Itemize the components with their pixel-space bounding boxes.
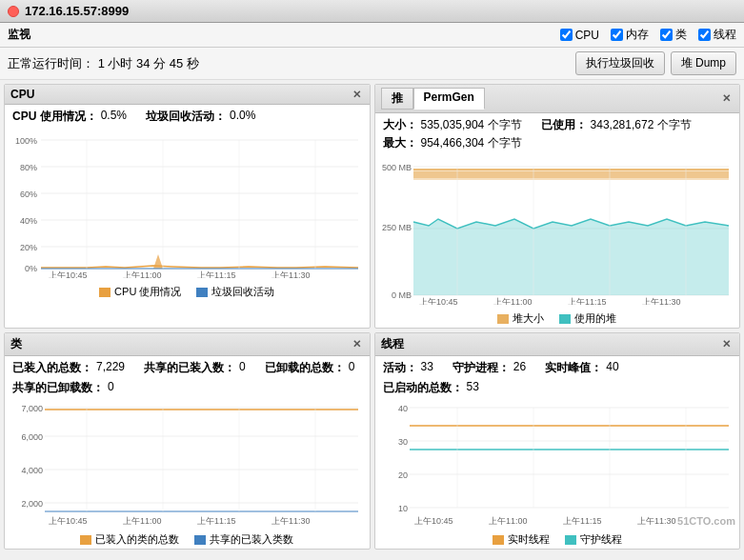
heap-size-legend: 堆大小 [497, 311, 544, 326]
thread-active-stat: 活动： 33 [383, 360, 433, 376]
heap-panel: 推 PermGen ✕ 大小： 535,035,904 个字节 已使用： 343… [374, 84, 741, 329]
cpu-checkbox-label[interactable]: CPU [560, 29, 599, 42]
permgen-tab[interactable]: PermGen [413, 88, 485, 110]
gc-button[interactable]: 执行垃圾回收 [575, 51, 665, 75]
cpu-legend-color [99, 288, 111, 297]
svg-text:20%: 20% [20, 243, 37, 252]
svg-text:2,000: 2,000 [21, 499, 43, 509]
cpu-chart-area: 100% 80% 60% 40% 20% 0% 上午 [5, 129, 370, 283]
heap-panel-close[interactable]: ✕ [719, 92, 734, 105]
close-button-icon[interactable] [8, 6, 19, 17]
cpu-legend-usage: CPU 使用情况 [99, 285, 181, 299]
svg-text:上午11:00: 上午11:00 [489, 516, 528, 526]
svg-text:上午11:00: 上午11:00 [123, 270, 162, 278]
cpu-usage-stat: CPU 使用情况： 0.5% [12, 109, 127, 125]
heap-dump-button[interactable]: 堆 Dump [671, 51, 736, 75]
svg-rect-28 [413, 169, 729, 180]
svg-text:上午11:30: 上午11:30 [642, 297, 681, 305]
class-chart-area: 7,000 6,000 4,000 2,000 上午10:45 [5, 400, 370, 530]
gc-activity-stat: 垃圾回收活动： 0.0% [146, 109, 255, 125]
svg-text:上午10:45: 上午10:45 [419, 297, 458, 305]
svg-text:20: 20 [397, 470, 407, 480]
heap-used-stat: 已使用： 343,281,672 个字节 [541, 117, 692, 133]
toolbar: 监视 CPU 内存 类 线程 [0, 23, 744, 48]
svg-text:上午11:30: 上午11:30 [271, 270, 311, 278]
uptime-text: 正常运行时间： 1 小时 34 分 45 秒 [8, 55, 199, 72]
svg-text:40%: 40% [20, 216, 37, 226]
class-checkbox[interactable] [660, 29, 673, 41]
heap-used-legend-color [559, 314, 571, 324]
mem-checkbox[interactable] [611, 29, 623, 41]
gc-legend-color [196, 288, 208, 297]
cpu-checkbox[interactable] [560, 29, 573, 41]
svg-text:250 MB: 250 MB [381, 223, 411, 232]
thread-live-legend-color [493, 535, 504, 545]
class-shared-legend-color [194, 535, 206, 545]
svg-text:0 MB: 0 MB [391, 290, 411, 300]
class-panel-header: 类 ✕ [5, 333, 370, 356]
class-shared-loaded-stat: 共享的已装入数： 0 [144, 360, 246, 376]
checkbox-group: CPU 内存 类 线程 [560, 27, 736, 43]
svg-text:100%: 100% [15, 136, 37, 146]
class-loaded-legend-color [80, 535, 91, 545]
class-shared-legend: 共享的已装入类数 [194, 532, 293, 547]
svg-text:80%: 80% [20, 163, 37, 172]
cpu-legend-gc: 垃圾回收活动 [196, 285, 274, 299]
thread-checkbox-label[interactable]: 线程 [698, 27, 736, 43]
svg-text:上午11:15: 上午11:15 [563, 516, 602, 526]
thread-daemon-legend-color [565, 535, 576, 545]
watermark: 51CTO.com [677, 515, 735, 527]
cpu-legend: CPU 使用情况 垃圾回收活动 [5, 283, 370, 301]
heap-stats-row1: 大小： 535,035,904 个字节 已使用： 343,281,672 个字节 [383, 117, 733, 133]
thread-checkbox[interactable] [698, 29, 711, 41]
thread-daemon-legend: 守护线程 [565, 532, 622, 547]
thread-panel-stats: 活动： 33 守护进程： 26 实时峰值： 40 已启动的总数： 53 [375, 356, 740, 400]
heap-panel-header: 推 PermGen ✕ [375, 85, 740, 113]
mem-checkbox-label[interactable]: 内存 [611, 27, 649, 43]
thread-panel: 线程 ✕ 活动： 33 守护进程： 26 实时峰值： 40 已启动的总数： 53 [374, 332, 741, 550]
heap-chart-area: 500 MB 250 MB 0 MB [375, 155, 740, 310]
svg-marker-29 [413, 219, 729, 295]
cpu-panel-close[interactable]: ✕ [350, 89, 364, 101]
thread-peak-stat: 实时峰值： 40 [545, 360, 618, 376]
class-panel-close[interactable]: ✕ [350, 338, 364, 350]
class-checkbox-label[interactable]: 类 [660, 27, 687, 43]
svg-text:4,000: 4,000 [21, 466, 43, 475]
cpu-panel-stats: CPU 使用情况： 0.5% 垃圾回收活动： 0.0% [5, 105, 370, 129]
heap-panel-stats: 大小： 535,035,904 个字节 已使用： 343,281,672 个字节… [375, 113, 740, 155]
class-panel-title: 类 [10, 336, 22, 352]
heap-chart: 500 MB 250 MB 0 MB [381, 157, 734, 305]
uptime-bar: 正常运行时间： 1 小时 34 分 45 秒 执行垃圾回收 堆 Dump [0, 48, 744, 80]
svg-text:上午10:45: 上午10:45 [49, 516, 88, 526]
action-buttons: 执行垃圾回收 堆 Dump [575, 51, 736, 75]
heap-size-legend-color [497, 314, 509, 324]
thread-panel-close[interactable]: ✕ [719, 338, 734, 350]
thread-daemon-stat: 守护进程： 26 [452, 360, 526, 376]
title-bar: 172.16.15.57:8999 [0, 0, 744, 23]
svg-text:上午11:00: 上午11:00 [493, 297, 533, 305]
thread-live-legend: 实时线程 [493, 532, 550, 547]
svg-text:上午11:15: 上午11:15 [197, 270, 236, 278]
cpu-panel-title: CPU [10, 88, 34, 101]
heap-legend: 堆大小 使用的堆 [375, 310, 740, 328]
heap-panel-tabs: 推 PermGen [381, 88, 485, 110]
svg-marker-12 [153, 254, 163, 269]
heap-tab[interactable]: 推 [381, 88, 413, 110]
thread-panel-title: 线程 [381, 336, 404, 352]
svg-text:上午11:00: 上午11:00 [123, 516, 162, 526]
svg-text:上午11:30: 上午11:30 [637, 516, 676, 526]
class-loaded-stat: 已装入的总数： 7,229 [12, 360, 125, 376]
cpu-chart: 100% 80% 60% 40% 20% 0% 上午 [10, 130, 363, 278]
svg-text:上午11:15: 上午11:15 [568, 297, 607, 305]
panels-grid: CPU ✕ CPU 使用情况： 0.5% 垃圾回收活动： 0.0% 100% 8… [0, 80, 744, 553]
svg-text:30: 30 [397, 437, 407, 447]
heap-used-legend: 使用的堆 [559, 311, 616, 326]
thread-legend: 实时线程 守护线程 [375, 530, 740, 549]
class-legend: 已装入的类的总数 共享的已装入类数 [5, 530, 370, 549]
monitor-label: 监视 [8, 27, 30, 43]
thread-panel-header: 线程 ✕ [375, 333, 740, 356]
heap-max-stat: 最大： 954,466,304 个字节 [383, 135, 733, 151]
class-panel-stats: 已装入的总数： 7,229 共享的已装入数： 0 已卸载的总数： 0 共享的已卸… [5, 356, 370, 400]
class-shared-unloaded-stat: 共享的已卸载数： 0 [12, 380, 114, 396]
class-panel: 类 ✕ 已装入的总数： 7,229 共享的已装入数： 0 已卸载的总数： 0 共… [4, 332, 371, 550]
